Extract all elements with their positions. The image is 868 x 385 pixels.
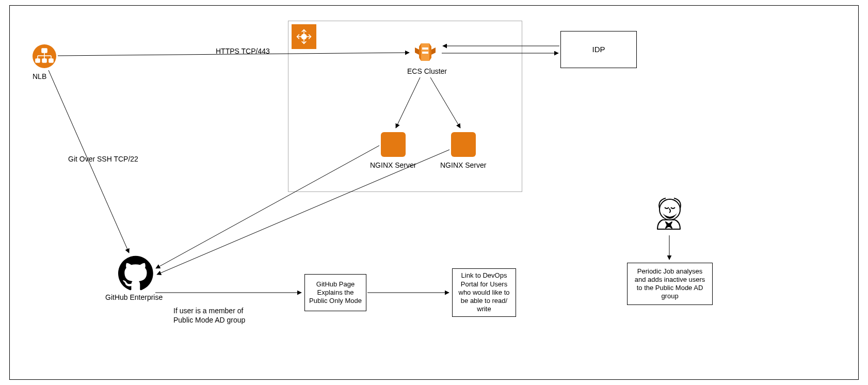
idp-node: IDP xyxy=(560,31,637,68)
devops-link-node: Link to DevOps Portal for Users who woul… xyxy=(452,268,516,317)
github-page-label: GitHub Page Explains the Public Only Mod… xyxy=(309,280,362,306)
svg-rect-12 xyxy=(42,59,46,62)
github-page-node: GitHub Page Explains the Public Only Mod… xyxy=(304,274,366,311)
github-label: GitHub Enterprise xyxy=(105,293,163,302)
edge-label-member: If user is a member of Public Mode AD gr… xyxy=(173,307,245,325)
devops-link-label: Link to DevOps Portal for Users who woul… xyxy=(457,271,511,313)
ecs-cluster-label: ECS Cluster xyxy=(407,67,447,76)
jenkins-icon xyxy=(652,193,685,233)
edge-label-https: HTTPS TCP/443 xyxy=(216,47,270,56)
nlb-icon xyxy=(33,44,56,68)
nginx-server-1-icon xyxy=(381,132,406,157)
nginx-server-1-label: NGINX Server xyxy=(370,161,416,170)
svg-point-0 xyxy=(301,34,307,39)
svg-rect-18 xyxy=(422,47,428,50)
svg-marker-16 xyxy=(415,47,419,55)
elb-icon xyxy=(292,24,316,49)
jenkins-job-node: Periodic Job analyses and adds inactive … xyxy=(627,263,713,305)
nginx-server-2-icon xyxy=(451,132,476,157)
nginx-server-2-label: NGINX Server xyxy=(440,161,486,170)
ecs-cluster-icon xyxy=(411,40,440,64)
svg-rect-5 xyxy=(42,49,47,53)
jenkins-job-label: Periodic Job analyses and adds inactive … xyxy=(632,267,708,301)
github-icon xyxy=(118,255,153,291)
nlb-label: NLB xyxy=(33,72,46,82)
svg-rect-13 xyxy=(49,59,53,62)
svg-rect-11 xyxy=(36,59,40,62)
svg-marker-17 xyxy=(431,47,436,55)
diagram-canvas: NLB ECS Cluster NGINX Server NGINX Serve… xyxy=(0,0,868,385)
idp-label: IDP xyxy=(592,45,605,55)
edge-label-ssh: Git Over SSH TCP/22 xyxy=(68,155,138,164)
svg-rect-19 xyxy=(422,52,428,54)
